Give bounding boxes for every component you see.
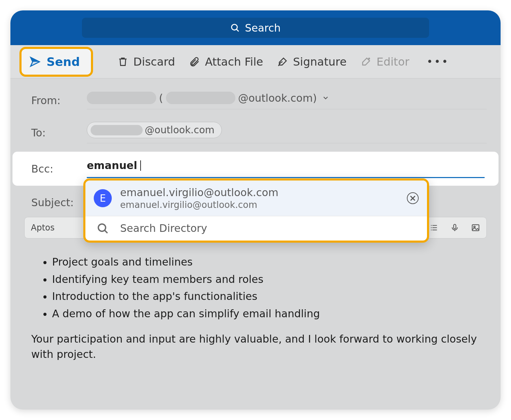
suggestion-email: emanuel.virgilio@outlook.com [120, 199, 399, 211]
microphone-icon[interactable] [450, 223, 459, 232]
attach-file-button[interactable]: Attach File [189, 55, 263, 68]
from-row: From: ( @outlook.com) [10, 85, 501, 116]
list-icon[interactable] [429, 223, 438, 232]
text-caret [140, 160, 141, 171]
from-label: From: [31, 94, 87, 107]
recipient-domain: @outlook.com [145, 124, 215, 136]
search-directory-label: Search Directory [120, 222, 419, 235]
compose-window: Search Send Discard Attach File Signatur… [10, 10, 501, 410]
autocomplete-suggestion[interactable]: E emanuel.virgilio@outlook.com emanuel.v… [85, 180, 427, 216]
bcc-typed-value: emanuel [87, 159, 137, 171]
discard-label: Discard [133, 55, 175, 68]
bcc-autocomplete-dropdown: E emanuel.virgilio@outlook.com emanuel.v… [83, 178, 429, 243]
search-icon [97, 222, 109, 235]
more-actions-button[interactable]: ••• [423, 56, 453, 68]
svg-rect-3 [454, 224, 456, 229]
global-search[interactable]: Search [82, 18, 429, 38]
list-item: Project goals and timelines [52, 254, 480, 270]
signature-label: Signature [293, 55, 346, 68]
compose-toolbar: Send Discard Attach File Signature Edito… [10, 45, 501, 78]
send-button[interactable]: Send [19, 47, 93, 77]
redacted-recipient [91, 125, 143, 135]
attach-label: Attach File [205, 55, 263, 68]
svg-point-2 [369, 58, 370, 59]
from-value[interactable]: ( @outlook.com) [87, 92, 487, 109]
redacted-email-local [166, 92, 235, 104]
discard-button[interactable]: Discard [117, 55, 175, 68]
body-paragraph: Your participation and input are highly … [31, 331, 480, 362]
svg-point-0 [232, 24, 237, 30]
redacted-name [87, 92, 156, 104]
recipient-chip[interactable]: @outlook.com [87, 122, 222, 138]
svg-point-6 [98, 224, 106, 231]
svg-rect-4 [472, 225, 479, 230]
image-icon[interactable] [471, 223, 480, 232]
remove-suggestion-button[interactable] [407, 192, 419, 204]
list-item: A demo of how the app can simplify email… [52, 306, 480, 321]
search-placeholder: Search [245, 22, 280, 34]
svg-line-7 [105, 230, 108, 233]
list-item: Introduction to the app's functionalitie… [52, 289, 480, 304]
send-icon [29, 56, 41, 68]
trash-icon [117, 56, 128, 67]
search-icon [230, 23, 240, 33]
signature-icon [277, 56, 288, 67]
send-label: Send [47, 55, 80, 69]
bcc-label: Bcc: [31, 163, 87, 175]
search-directory-option[interactable]: Search Directory [85, 216, 427, 241]
avatar: E [94, 189, 112, 207]
subject-label: Subject: [31, 196, 87, 209]
font-selector[interactable]: Aptos [31, 223, 55, 233]
from-domain: @outlook.com) [238, 92, 317, 104]
suggestion-name: emanuel.virgilio@outlook.com [120, 186, 399, 199]
to-row: To: @outlook.com [10, 116, 501, 150]
to-label: To: [31, 127, 87, 139]
svg-line-1 [237, 29, 239, 31]
editor-icon [360, 56, 371, 67]
message-body[interactable]: Project goals and timelines Identifying … [10, 238, 501, 386]
editor-button[interactable]: Editor [360, 55, 409, 68]
list-item: Identifying key team members and roles [52, 272, 480, 287]
body-bullet-list: Project goals and timelines Identifying … [52, 254, 480, 321]
titlebar: Search [10, 10, 501, 45]
bcc-input[interactable]: emanuel [87, 159, 485, 178]
paperclip-icon [189, 56, 200, 67]
signature-button[interactable]: Signature [277, 55, 346, 68]
chevron-down-icon[interactable] [322, 94, 329, 102]
to-field[interactable]: @outlook.com [87, 122, 487, 143]
editor-label: Editor [376, 55, 409, 68]
